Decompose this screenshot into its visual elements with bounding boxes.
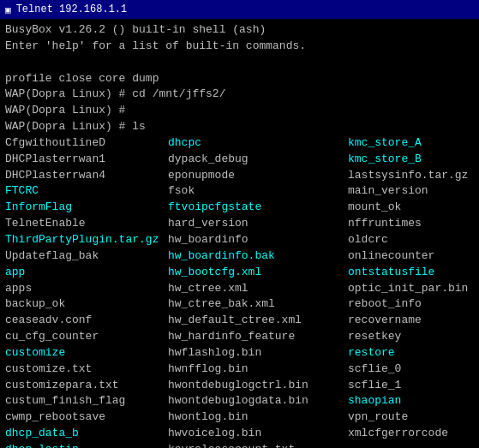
ls-item: hw_ctree_bak.xml [168, 296, 348, 313]
ls-output: CfgwithoutlineDdhcpckmc_store_ADHCPlaste… [5, 135, 474, 448]
ls-item [348, 442, 474, 448]
ls-item: hw_boardinfo [168, 232, 348, 248]
ls-item: hwontdebuglogdata.bin [168, 393, 348, 409]
ls-item: xmlcfgerrorcode [348, 426, 474, 442]
ls-item: main_version [348, 183, 474, 200]
ls-item: FTCRC [5, 183, 168, 200]
ls-item: cwmp_rebootsave [5, 409, 168, 426]
line-ls: WAP(Dopra Linux) # ls [5, 119, 474, 135]
ls-item: hwnfflog.bin [168, 361, 348, 378]
ls-item: shaopian [348, 393, 474, 409]
ls-item: customize [5, 345, 168, 361]
ls-item: recovername [348, 313, 474, 329]
ls-item: hw_boardinfo.bak [168, 248, 348, 265]
ls-item: fsok [168, 183, 348, 200]
title-bar: ▣ Telnet 192.168.1.1 [0, 0, 479, 19]
ls-item: hw_bootcfg.xml [168, 265, 348, 281]
ls-item: optic_init_par.bin [348, 281, 474, 297]
ls-item: ftvoipcfgstate [168, 200, 348, 216]
line-cd: WAP(Dopra Linux) # cd /mnt/jffs2/ [5, 87, 474, 103]
ls-item: nffruntimes [348, 216, 474, 232]
profile-text: profile close core dump [5, 71, 159, 87]
ls-item: dhcp_lastip [5, 442, 168, 448]
ls-item: mount_ok [348, 200, 474, 216]
line-busybox: BusyBox v1.26.2 () built-in shell (ash) [5, 22, 474, 39]
ls-item: backup_ok [5, 296, 168, 313]
ls-item: oldcrc [348, 232, 474, 248]
ls-item: DHCPlasterrwan1 [5, 152, 168, 168]
ls-item: hw_hardinfo_feature [168, 329, 348, 345]
ls-item: cu_cfg_counter [5, 329, 168, 345]
ls-item: scflie_1 [348, 378, 474, 394]
ls-item: vpn_route [348, 409, 474, 426]
ls-item: keyreleasecount.txt [168, 442, 348, 448]
help-text: Enter 'help' for a list of built-in comm… [5, 39, 306, 55]
line-profile: profile close core dump [5, 71, 474, 87]
ls-item: hw_default_ctree.xml [168, 313, 348, 329]
ls-item: scflie_0 [348, 361, 474, 378]
line-prompt2: WAP(Dopra Linux) # [5, 103, 474, 119]
ls-item: InformFlag [5, 200, 168, 216]
ls-item: CfgwithoutlineD [5, 135, 168, 152]
ls-item: Updateflag_bak [5, 248, 168, 265]
cmd-ls: ls [132, 119, 146, 135]
title-bar-text: Telnet 192.168.1.1 [16, 3, 128, 15]
ls-item: kmc_store_B [348, 152, 474, 168]
ls-item: onlinecounter [348, 248, 474, 265]
terminal-icon: ▣ [5, 4, 11, 15]
ls-item: dhcp_data_b [5, 426, 168, 442]
busybox-text: BusyBox v1.26.2 () built-in shell (ash) [5, 22, 266, 39]
ls-item: app [5, 265, 168, 281]
ls-item: ThirdPartyPlugin.tar.gz [5, 232, 168, 248]
ls-item: hwontlog.bin [168, 409, 348, 426]
ls-item: DHCPlasterrwan4 [5, 168, 168, 184]
line-blank1 [5, 55, 474, 71]
ls-item: resetkey [348, 329, 474, 345]
ls-item: hwontdebuglogctrl.bin [168, 378, 348, 394]
ls-item: lastsysinfo.tar.gz [348, 168, 474, 184]
ls-item: ontstatusfile [348, 265, 474, 281]
line-help: Enter 'help' for a list of built-in comm… [5, 39, 474, 55]
ls-item: customize.txt [5, 361, 168, 378]
ls-item: restore [348, 345, 474, 361]
ls-item: reboot_info [348, 296, 474, 313]
ls-item: custum_finish_flag [5, 393, 168, 409]
ls-item: hwflashlog.bin [168, 345, 348, 361]
ls-item: dhcpc [168, 135, 348, 152]
prompt-cd: WAP(Dopra Linux) # [5, 87, 132, 103]
ls-item: kmc_store_A [348, 135, 474, 152]
ls-item: customizepara.txt [5, 378, 168, 394]
ls-item: hwvoicelog.bin [168, 426, 348, 442]
ls-item: eponupmode [168, 168, 348, 184]
ls-item: TelnetEnable [5, 216, 168, 232]
cmd-cd: cd /mnt/jffs2/ [132, 87, 225, 103]
ls-item: hw_ctree.xml [168, 281, 348, 297]
terminal: BusyBox v1.26.2 () built-in shell (ash) … [0, 19, 479, 448]
prompt2: WAP(Dopra Linux) # [5, 103, 132, 119]
ls-item: hard_version [168, 216, 348, 232]
ls-item: ceaseadv.conf [5, 313, 168, 329]
ls-item: dypack_debug [168, 152, 348, 168]
prompt-ls: WAP(Dopra Linux) # [5, 119, 132, 135]
ls-item: apps [5, 281, 168, 297]
